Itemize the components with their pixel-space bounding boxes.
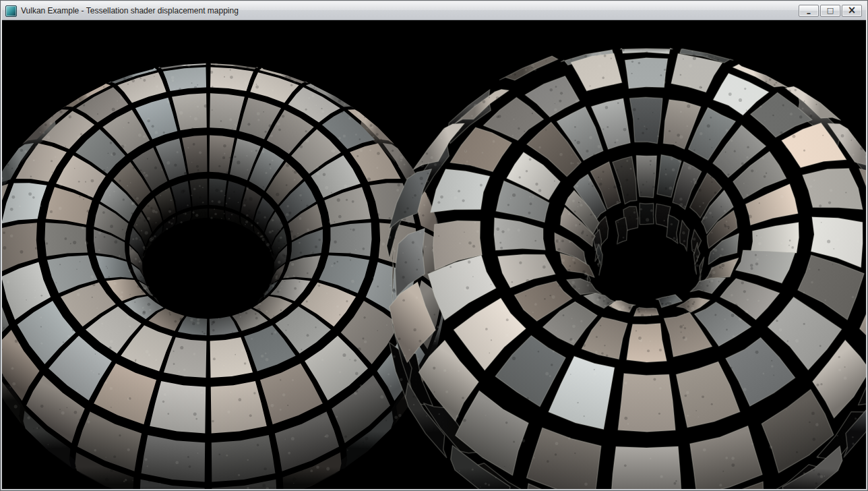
window-title: Vulkan Example - Tessellation shader dis… (21, 6, 239, 16)
render-viewport[interactable] (2, 20, 866, 489)
minimize-button[interactable]: – (799, 5, 819, 17)
title-bar[interactable]: Vulkan Example - Tessellation shader dis… (2, 2, 866, 20)
maximize-icon: □ (827, 7, 834, 14)
maximize-button[interactable]: □ (820, 5, 840, 17)
vulkan-app-icon (5, 5, 17, 17)
close-icon: × (848, 5, 857, 16)
vulkan-render-canvas[interactable] (2, 20, 866, 489)
minimize-icon: – (807, 9, 811, 18)
window-controls: – □ × (799, 5, 862, 17)
app-window: Vulkan Example - Tessellation shader dis… (0, 0, 868, 491)
close-button[interactable]: × (842, 5, 862, 17)
